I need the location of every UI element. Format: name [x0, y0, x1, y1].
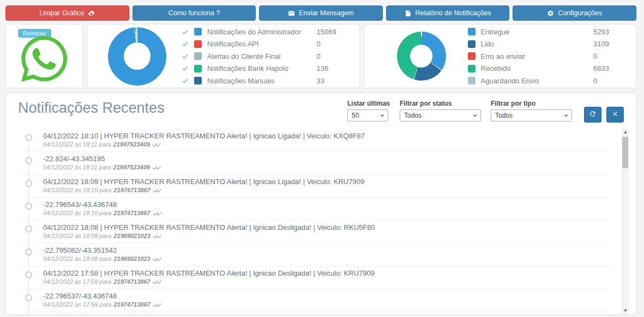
legend-swatch	[194, 28, 202, 35]
notification-timestamp: 04/12/2022 às 18:11 para	[43, 141, 111, 148]
legend-row[interactable]: Erro ao enviar 0	[468, 50, 625, 63]
list-scrollbar[interactable]	[622, 128, 629, 314]
notification-list-item[interactable]: 04/12/2022 17:58 | HYPER TRACKER RASTREA…	[21, 266, 611, 289]
legend-value: 5293	[593, 28, 625, 36]
legend-row[interactable]: Aguardando Envio 0	[468, 75, 625, 87]
notification-title: 04/12/2022 18:08 | HYPER TRACKER RASTREA…	[43, 223, 611, 231]
notification-phone: 21974713867	[113, 210, 150, 217]
gear-icon	[547, 10, 554, 17]
notification-phone: 21969021023	[113, 233, 150, 240]
notification-title: 04/12/2022 17:58 | HYPER TRACKER RASTREA…	[43, 269, 611, 277]
relatorio-notificacoes-button[interactable]: Relatório de Notificações	[386, 5, 510, 21]
legend-swatch	[194, 40, 202, 48]
filter-group: Filtrar por tipo Todos	[491, 100, 572, 121]
scroll-up-arrow[interactable]	[622, 128, 629, 136]
notification-list: 04/12/2022 18:10 | HYPER TRACKER RASTREA…	[6, 127, 636, 314]
scrollbar-thumb[interactable]	[622, 137, 628, 168]
timeline-dot-icon	[25, 225, 32, 233]
notification-timestamp: 04/12/2022 às 18:10 para	[43, 210, 111, 217]
notification-list-item[interactable]: -22.796543/-43.436748 04/12/2022 às 18:1…	[21, 198, 611, 221]
legend-row[interactable]: Recebido 6833	[468, 62, 625, 75]
notification-meta: 04/12/2022 às 18:10 para 21974713867	[43, 210, 611, 217]
legend-row[interactable]: Entregue 5293	[468, 26, 625, 38]
notification-phone: 21974713867	[113, 278, 150, 285]
toolbar-button-label: Configurações	[558, 9, 602, 17]
legend-swatch	[468, 65, 476, 72]
enviar-mensagem-button[interactable]: Enviar Mensagem	[259, 5, 383, 21]
notification-list-item[interactable]: 04/12/2022 18:08 | HYPER TRACKER RASTREA…	[21, 221, 611, 243]
toolbar-button-label: Como funciona ?	[168, 9, 220, 17]
legend-label: Notificações Manuais	[207, 77, 317, 85]
scroll-down-arrow[interactable]	[622, 307, 629, 314]
legend-swatch	[194, 65, 202, 72]
legend-row[interactable]: Notificações do Administrador 15069	[182, 26, 348, 38]
refresh-icon	[589, 110, 597, 120]
chevron-down-icon	[379, 112, 386, 119]
filter-select[interactable]: Todos	[400, 109, 481, 121]
legend-row[interactable]: Alertas do Cliente Final 0	[182, 50, 348, 63]
notification-meta: 04/12/2022 às 18:10 para 21974713867	[43, 187, 611, 194]
notification-types-donut-chart[interactable]	[108, 27, 166, 86]
refresh-button[interactable]	[584, 107, 601, 123]
legend-swatch	[194, 77, 202, 84]
clear-list-button[interactable]	[606, 107, 624, 123]
legend-label: Alertas do Cliente Final	[207, 52, 317, 60]
legend-swatch	[194, 52, 202, 60]
limpar-grafico-button[interactable]: Limpar Gráfico	[5, 5, 129, 21]
filter-select[interactable]: 50	[347, 109, 388, 121]
double-check-icon	[153, 279, 162, 285]
eraser-icon	[88, 10, 95, 17]
notification-title: 04/12/2022 18:09 | HYPER TRACKER RASTREA…	[43, 178, 611, 186]
como-funciona-button[interactable]: Como funciona ?	[133, 5, 256, 21]
envelope-icon	[288, 10, 295, 17]
timeline-dot-icon	[25, 180, 32, 187]
legend-value: 136	[317, 64, 348, 72]
notification-meta: 04/12/2022 às 17:59 para 21974713867	[43, 301, 611, 308]
timeline-dot-icon	[25, 134, 32, 141]
notification-list-item[interactable]: -22.796537/-43.436748 04/12/2022 às 17:5…	[21, 289, 611, 312]
delivery-status-donut-chart[interactable]	[397, 32, 446, 81]
legend-swatch	[468, 77, 476, 84]
legend-value: 0	[317, 52, 348, 60]
filter-select[interactable]: Todos	[491, 109, 572, 121]
notification-list-item[interactable]: -22.795082/-43.351542 04/12/2022 às 18:0…	[21, 243, 611, 266]
close-icon	[611, 110, 619, 120]
check-icon	[182, 40, 189, 47]
filter-select-value: Todos	[495, 112, 513, 119]
legend-label: Notificações do Administrador	[207, 28, 317, 36]
notification-types-legend: Notificações do Administrador 15069 Noti…	[182, 26, 359, 87]
filter-label: Filtrar por status	[400, 100, 481, 107]
page-title: Notificações Recentes	[18, 100, 347, 117]
filter-group: Listar últimas 50	[347, 100, 390, 121]
legend-row[interactable]: Notificações Bank Hapolo 136	[182, 62, 348, 75]
toolbar-button-label: Limpar Gráfico	[39, 9, 84, 17]
notification-meta: 04/12/2022 às 17:59 para 21974713867	[43, 278, 611, 285]
chevron-down-icon	[472, 112, 478, 119]
timeline-dot-icon	[25, 248, 32, 255]
legend-row[interactable]: Lido 3109	[468, 38, 625, 50]
chevron-down-icon	[563, 112, 569, 119]
whatsapp-status-card: Reiniciar	[5, 24, 83, 88]
notification-timestamp: 04/12/2022 às 18:08 para	[43, 233, 111, 240]
check-icon	[182, 28, 189, 35]
check-icon	[182, 65, 189, 72]
notification-list-item[interactable]: -22.824/-43.345195 04/12/2022 às 18:11 p…	[21, 152, 611, 175]
legend-row[interactable]: Notificações API 0	[182, 38, 348, 50]
notification-phone: 21997523409	[113, 141, 150, 148]
legend-value: 6833	[593, 64, 625, 72]
notification-list-item[interactable]: 04/12/2022 18:09 | HYPER TRACKER RASTREA…	[21, 175, 611, 198]
notification-title: -22.795082/-43.351542	[43, 246, 611, 254]
filter-select-value: Todos	[404, 112, 422, 119]
recent-notifications-panel: Notificações Recentes Listar últimas 50 …	[5, 93, 636, 315]
configuracoes-button[interactable]: Configurações	[513, 5, 636, 21]
toolbar-button-label: Relatório de Notificações	[416, 9, 491, 17]
legend-swatch	[468, 52, 476, 60]
notification-phone: 21974713867	[113, 187, 150, 194]
whatsapp-icon	[18, 33, 70, 85]
notification-title: -22.796537/-43.436748	[43, 292, 611, 300]
legend-row[interactable]: Notificações Manuais 33	[182, 75, 348, 87]
double-check-icon	[152, 165, 161, 170]
notification-list-item[interactable]: 04/12/2022 18:10 | HYPER TRACKER RASTREA…	[21, 129, 611, 152]
timeline-dot-icon	[25, 271, 32, 278]
recent-notifications-header: Notificações Recentes Listar últimas 50 …	[6, 93, 636, 123]
